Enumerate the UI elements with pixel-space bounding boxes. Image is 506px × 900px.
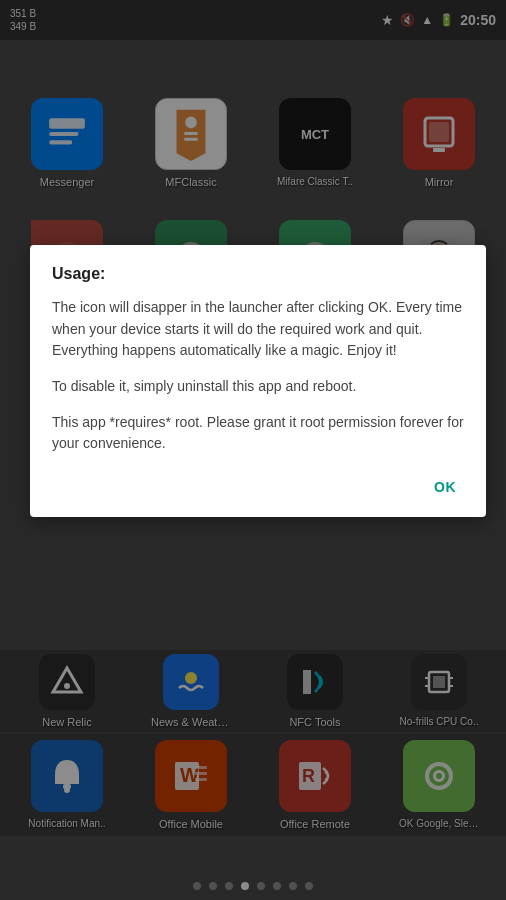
- dialog-paragraph-1: The icon will disapper in the launcher a…: [52, 297, 464, 362]
- ok-button[interactable]: OK: [426, 473, 464, 501]
- usage-dialog: Usage: The icon will disapper in the lau…: [30, 245, 486, 517]
- dialog-actions: OK: [52, 473, 464, 505]
- dialog-paragraph-3: This app *requires* root. Please grant i…: [52, 412, 464, 455]
- dialog-title: Usage:: [52, 265, 464, 283]
- dialog-paragraph-2: To disable it, simply uninstall this app…: [52, 376, 464, 398]
- dialog-body: The icon will disapper in the launcher a…: [52, 297, 464, 455]
